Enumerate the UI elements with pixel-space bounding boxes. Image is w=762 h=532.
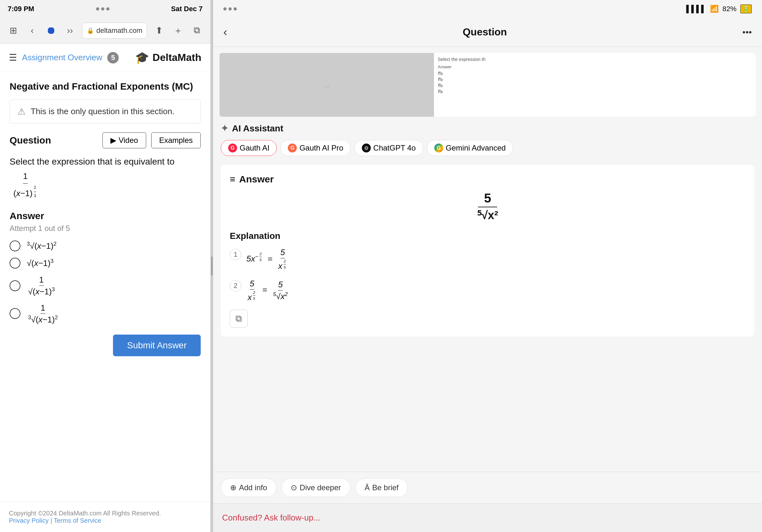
bottom-actions: ⊕ Add info ⊙ Dive deeper Ā Be brief xyxy=(213,472,762,503)
privacy-link[interactable]: Privacy Policy xyxy=(9,517,48,524)
radio-3[interactable] xyxy=(10,280,21,291)
gemini-icon: G xyxy=(434,144,443,153)
footer: Copyright ©2024 DeltaMath.com All Rights… xyxy=(0,502,210,532)
radio-2[interactable] xyxy=(10,258,21,269)
terms-link[interactable]: Terms of Service xyxy=(54,517,101,524)
dive-deeper-button[interactable]: ⊙ Dive deeper xyxy=(281,478,350,497)
ai-assistant-label: AI Assistant xyxy=(232,123,283,134)
video-button[interactable]: ▶ Video xyxy=(103,132,146,148)
tab-gauth-ai[interactable]: G Gauth AI xyxy=(221,140,277,156)
preview-choices: ∜b ∜b ∜b ∜b xyxy=(438,71,752,94)
followup-bar[interactable]: Confused? Ask follow-up... xyxy=(213,503,762,532)
logo-icon: 🎓 xyxy=(135,51,149,64)
share-btn[interactable]: ⬆ xyxy=(152,23,166,38)
followup-placeholder[interactable]: Confused? Ask follow-up... xyxy=(222,513,320,523)
header-left: ☰ Assignment Overview 5 xyxy=(9,52,119,63)
preview-choice-3: ∜b xyxy=(438,83,752,88)
dot-r2 xyxy=(228,7,232,11)
address-bar[interactable]: 🔒 deltamath.com xyxy=(82,23,147,38)
back-button[interactable]: ‹ xyxy=(223,26,227,39)
assignment-badge: 5 xyxy=(107,52,119,63)
sidebar-toggle-btn[interactable]: ⊞ xyxy=(6,23,20,38)
submit-answer-button[interactable]: Submit Answer xyxy=(113,335,201,356)
add-info-label: Add info xyxy=(239,483,267,492)
browser-toolbar: ⊞ ‹ ⏺ ›› 🔒 deltamath.com ⬆ ＋ ⧉ xyxy=(0,18,210,43)
explanation-header: Explanation xyxy=(230,231,745,241)
record-btn[interactable]: ⏺ xyxy=(44,23,58,38)
copy-button[interactable]: ⧉ xyxy=(230,310,248,328)
signal-icon: ▌▌▌▌ xyxy=(686,5,706,13)
screenshot-preview: ... Select the expression th Answer ∜b ∜… xyxy=(219,53,756,117)
forward-btn[interactable]: ›› xyxy=(63,23,77,38)
dive-deeper-label: Dive deeper xyxy=(300,483,341,492)
answer-label: Answer xyxy=(10,211,201,221)
be-brief-button[interactable]: Ā Be brief xyxy=(355,478,408,497)
hamburger-icon[interactable]: ☰ xyxy=(9,52,17,63)
footer-separator: | xyxy=(50,517,54,524)
battery-icon: 🔋 xyxy=(740,4,752,13)
right-status-bar: ▌▌▌▌ 📶 82% 🔋 xyxy=(213,0,762,18)
new-tab-btn[interactable]: ＋ xyxy=(171,23,185,38)
preview-answer-label: Answer xyxy=(438,64,752,69)
question-header: Question ▶ Video Examples xyxy=(10,132,201,148)
wifi-icon: 📶 xyxy=(710,5,719,13)
big-answer-display: 5 ⁵√x² xyxy=(230,191,745,222)
examples-label: Examples xyxy=(159,136,193,145)
brief-icon: Ā xyxy=(365,483,370,492)
date-display: Sat Dec 7 xyxy=(171,5,203,13)
choice-1[interactable]: 3√(x−1)2 xyxy=(10,240,201,251)
tab-gauthpro-label: Gauth AI Pro xyxy=(299,144,343,153)
step-1-math: 5x−25 = 5x25 xyxy=(246,254,288,263)
ai-assistant-header: ✦ AI Assistant xyxy=(221,123,754,134)
more-options-button[interactable]: ••• xyxy=(742,27,752,37)
tab-gemini[interactable]: G Gemini Advanced xyxy=(427,140,513,156)
examples-button[interactable]: Examples xyxy=(151,132,201,148)
add-info-button[interactable]: ⊕ Add info xyxy=(221,478,276,497)
choice-3[interactable]: 1√(x−1)3 xyxy=(10,275,201,297)
preview-choice-2: ∜b xyxy=(438,77,752,82)
preview-choice-4: ∜b xyxy=(438,89,752,94)
tabs-btn[interactable]: ⧉ xyxy=(190,23,204,38)
choice-4[interactable]: 13√(x−1)2 xyxy=(10,303,201,325)
dot-2 xyxy=(101,7,104,11)
question-label: Question xyxy=(10,135,51,146)
step-num-1: 1 xyxy=(230,249,241,260)
tab-chatgpt[interactable]: ⚙ ChatGPT 4o xyxy=(354,140,423,156)
warning-icon: ⚠ xyxy=(18,106,26,117)
left-panel: 7:09 PM Sat Dec 7 ⊞ ‹ ⏺ ›› 🔒 deltamath.c… xyxy=(0,0,211,532)
radio-1[interactable] xyxy=(10,240,21,251)
tab-gauth-ai-pro[interactable]: G Gauth AI Pro xyxy=(280,140,350,156)
deltamath-logo: 🎓 DeltaMath xyxy=(135,51,201,64)
status-dots xyxy=(96,7,110,11)
add-icon: ⊕ xyxy=(230,483,236,492)
exp-step-1: 1 5x−25 = 5x25 xyxy=(230,247,745,271)
fraction-numerator: 1 xyxy=(23,170,28,184)
choice-2[interactable]: √(x−1)3 xyxy=(10,258,201,269)
back-btn[interactable]: ‹ xyxy=(25,23,39,38)
choice-2-math: √(x−1)3 xyxy=(27,258,54,268)
main-fraction: 1 (x−1)23 xyxy=(13,170,37,200)
radio-4[interactable] xyxy=(10,308,21,319)
panel-divider xyxy=(211,0,213,532)
battery-text: 82% xyxy=(723,5,736,13)
dot-r1 xyxy=(223,7,227,11)
dot-3 xyxy=(106,7,110,11)
right-content: ✦ AI Assistant G Gauth AI G Gauth AI Pro… xyxy=(213,117,762,472)
right-panel: ▌▌▌▌ 📶 82% 🔋 ‹ Question ••• ... Select t… xyxy=(213,0,762,532)
play-icon: ▶ xyxy=(111,136,116,145)
fraction-denominator: (x−1)23 xyxy=(13,184,37,200)
info-box: ⚠ This is the only question in this sect… xyxy=(10,100,201,123)
status-bar-left: 7:09 PM Sat Dec 7 xyxy=(0,0,210,18)
step-2-content: 5x25 = 55√x2 xyxy=(246,279,289,302)
assignment-overview-link[interactable]: Assignment Overview xyxy=(22,53,102,62)
step-1-content: 5x−25 = 5x25 xyxy=(246,247,288,271)
answer-numer: 5 xyxy=(478,191,497,207)
answer-section: Answer Attempt 1 out of 5 3√(x−1)2 √(x−1… xyxy=(10,211,201,356)
step-num-2: 2 xyxy=(230,280,241,292)
favicon-icon: 🔒 xyxy=(87,27,94,34)
dive-icon: ⊙ xyxy=(291,483,297,492)
gauth-icon: G xyxy=(228,144,237,153)
preview-blurred: ... xyxy=(219,53,434,117)
dot-r3 xyxy=(234,7,237,11)
superscript: 23 xyxy=(33,188,37,195)
